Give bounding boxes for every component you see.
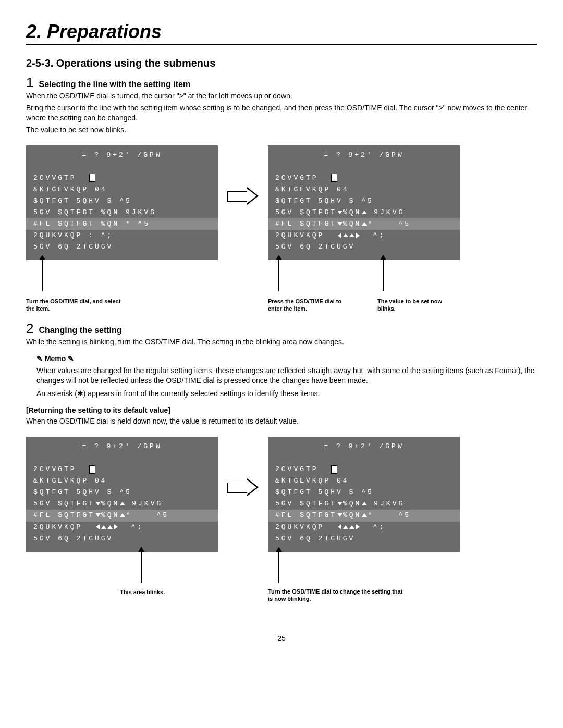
step-1-title: Selecting the line with the setting item bbox=[39, 80, 190, 89]
triangle-up-icon bbox=[343, 233, 348, 237]
triangle-up-icon bbox=[362, 222, 367, 226]
step-2-para-1: While the setting is blinking, turn the … bbox=[26, 337, 537, 347]
cursor-right-icon bbox=[356, 524, 360, 529]
memo-para-1: When values are changed for the regular … bbox=[36, 366, 537, 386]
osd-line: 2QUKVKQP ^; bbox=[33, 522, 211, 533]
triangle-down-icon bbox=[337, 513, 342, 517]
section-title: 2-5-3. Operations using the submenus bbox=[26, 57, 537, 69]
memo-para-2: An asterisk (✱) appears in front of the … bbox=[36, 389, 537, 399]
step-2-title: Changing the setting bbox=[39, 326, 121, 335]
arrow-up-icon bbox=[141, 552, 142, 583]
screens-row-2: = ? 9+2' /GPW 2CVVGTP &KTGEVKQP 04 $QTFG… bbox=[26, 437, 537, 552]
osd-line: $QTFGT 5QHV $ ^5 bbox=[33, 487, 211, 498]
step-2-number: 2 bbox=[26, 322, 33, 335]
triangle-up-icon bbox=[107, 525, 113, 529]
cursor-left-icon bbox=[338, 233, 341, 238]
osd-line: 2CVVGTP bbox=[33, 465, 77, 473]
chapter-title: 2. Preparations bbox=[26, 21, 537, 45]
osd-line: &KTGEVKQP 04 bbox=[33, 184, 211, 195]
osd-line: 5GV $QTFGT%QN 9JKVG bbox=[275, 498, 452, 510]
triangle-up-icon bbox=[120, 502, 125, 505]
arrow-right-icon bbox=[227, 145, 259, 205]
triangle-up-icon bbox=[362, 513, 367, 517]
osd-line: 5GV 6Q 2TGUGV bbox=[275, 241, 452, 253]
osd-line: &KTGEVKQP 04 bbox=[275, 475, 452, 487]
osd-line: &KTGEVKQP 04 bbox=[33, 475, 211, 487]
osd-screen-1-right: = ? 9+2' /GPW 2CVVGTP &KTGEVKQP 04 $QTFG… bbox=[268, 145, 460, 261]
step-1-para-3: The value to be set now blinks. bbox=[26, 125, 537, 135]
osd-line: 5GV 6Q 2TGUGV bbox=[275, 533, 452, 545]
osd-title: = ? 9+2' /GPW bbox=[33, 150, 211, 161]
memo-title: ✎ Memo ✎ bbox=[36, 354, 537, 363]
triangle-down-icon bbox=[95, 502, 101, 505]
osd-line-highlighted: #FL $QTFGT %QN * ^5 bbox=[26, 218, 218, 230]
osd-line: 2CVVGTP bbox=[275, 174, 319, 182]
step-2-header: 2 Changing the setting bbox=[26, 322, 537, 335]
arrow-up-icon bbox=[278, 552, 279, 583]
osd-screen-2-left: = ? 9+2' /GPW 2CVVGTP &KTGEVKQP 04 $QTFG… bbox=[26, 437, 218, 552]
block-icon bbox=[89, 174, 95, 182]
caption-1b: Press the OSD/TIME dial to enter the ite… bbox=[268, 298, 357, 313]
osd-line: 5GV 6Q 2TGUGV bbox=[33, 533, 211, 545]
triangle-down-icon bbox=[95, 513, 101, 517]
triangle-up-icon bbox=[362, 502, 367, 505]
cursor-left-icon bbox=[338, 524, 341, 529]
memo-box: ✎ Memo ✎ When values are changed for the… bbox=[36, 354, 537, 399]
cursor-left-icon bbox=[96, 524, 100, 529]
triangle-up-icon bbox=[101, 525, 106, 529]
triangle-up-icon bbox=[120, 513, 125, 517]
cursor-right-icon bbox=[114, 524, 118, 529]
cursor-right-icon bbox=[356, 233, 360, 238]
triangle-up-icon bbox=[349, 233, 354, 237]
triangle-down-icon bbox=[337, 222, 342, 226]
block-icon bbox=[89, 465, 95, 474]
arrow-up-icon bbox=[383, 260, 384, 291]
screens-row-1: = ? 9+2' /GPW 2CVVGTP &KTGEVKQP 04 $QTFG… bbox=[26, 145, 537, 261]
osd-line: 2CVVGTP bbox=[33, 174, 77, 182]
triangle-down-icon bbox=[337, 211, 342, 214]
arrow-up-icon bbox=[42, 260, 43, 291]
osd-line: 5GV $QTFGT%QN 9JKVG bbox=[275, 207, 452, 218]
osd-line-highlighted: #FL $QTFGT%QN* ^5 bbox=[268, 218, 460, 230]
osd-line: $QTFGT 5QHV $ ^5 bbox=[275, 487, 452, 498]
osd-line: $QTFGT 5QHV $ ^5 bbox=[33, 195, 211, 207]
step-1-header: 1 Selecting the line with the setting it… bbox=[26, 76, 537, 89]
triangle-down-icon bbox=[337, 502, 342, 505]
triangle-up-icon bbox=[343, 525, 348, 529]
osd-line: 2CVVGTP bbox=[275, 465, 319, 473]
osd-line: 5GV 6Q 2TGUGV bbox=[33, 241, 211, 253]
osd-title: = ? 9+2' /GPW bbox=[275, 441, 452, 452]
osd-line-highlighted: #FL $QTFGT%QN* ^5 bbox=[26, 510, 218, 521]
osd-screen-2-right: = ? 9+2' /GPW 2CVVGTP &KTGEVKQP 04 $QTFG… bbox=[268, 437, 460, 552]
osd-line: 5GV $QTFGT%QN 9JKVG bbox=[33, 498, 211, 510]
returning-title: [Returning the setting to its default va… bbox=[26, 406, 537, 414]
step-1-para-1: When the OSD/TIME dial is turned, the cu… bbox=[26, 91, 537, 101]
osd-line: $QTFGT 5QHV $ ^5 bbox=[275, 195, 452, 207]
osd-line: 2QUKVKQP ^; bbox=[275, 522, 452, 533]
block-icon bbox=[331, 465, 337, 474]
page-number: 25 bbox=[26, 634, 537, 643]
caption-2b: Turn the OSD/TIME dial to change the set… bbox=[268, 588, 403, 603]
block-icon bbox=[331, 174, 337, 182]
arrow-up-icon bbox=[278, 260, 279, 291]
returning-para: When the OSD/TIME dial is held down now,… bbox=[26, 416, 537, 426]
osd-title: = ? 9+2' /GPW bbox=[33, 441, 211, 452]
caption-1c: The value to be set now blinks. bbox=[377, 298, 461, 313]
osd-line-highlighted: #FL $QTFGT%QN* ^5 bbox=[268, 510, 460, 521]
triangle-up-icon bbox=[362, 211, 367, 214]
osd-line: 2QUKVKQP ^; bbox=[275, 230, 452, 241]
osd-screen-1-left: = ? 9+2' /GPW 2CVVGTP &KTGEVKQP 04 $QTFG… bbox=[26, 145, 218, 261]
step-1-para-2: Bring the cursor to the line with the se… bbox=[26, 103, 537, 123]
osd-line: &KTGEVKQP 04 bbox=[275, 184, 452, 195]
osd-line: 2QUKVKQP : ^; bbox=[33, 230, 211, 241]
caption-2a: This area blinks. bbox=[120, 588, 193, 596]
osd-title: = ? 9+2' /GPW bbox=[275, 150, 452, 161]
arrow-right-icon bbox=[227, 437, 259, 496]
triangle-up-icon bbox=[349, 525, 354, 529]
caption-1a: Turn the OSD/TIME dial, and select the i… bbox=[26, 298, 125, 313]
osd-line: 5GV $QTFGT %QN 9JKVG bbox=[33, 207, 211, 218]
step-1-number: 1 bbox=[26, 76, 33, 89]
